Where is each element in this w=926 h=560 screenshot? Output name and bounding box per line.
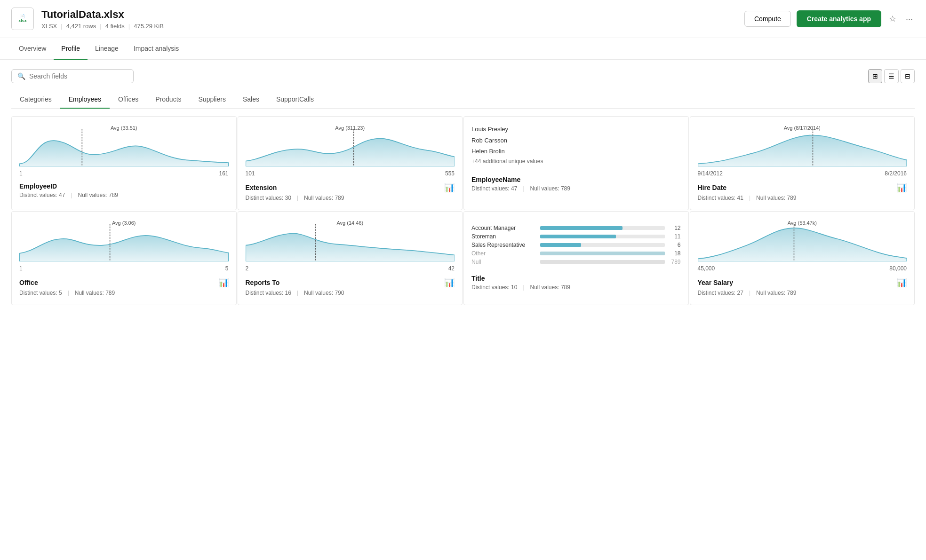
range-max: 80,000 (889, 265, 907, 272)
cat-tab-sales[interactable]: Sales (234, 91, 268, 109)
null-values: Null values: 789 (530, 185, 570, 192)
bar-track (540, 260, 665, 264)
chart-extension: Avg (311.23) (246, 124, 455, 166)
chart-year-salary: Avg (53.47k) (698, 219, 907, 261)
avg-label: Avg (311.23) (335, 125, 365, 131)
file-rows: 4,421 rows (66, 23, 96, 30)
cat-tab-offices[interactable]: Offices (110, 91, 147, 109)
bar-chart-icon: 📊 (896, 277, 907, 288)
file-icon: 📄 xlsx (11, 8, 34, 30)
cat-tab-suppliers[interactable]: Suppliers (190, 91, 234, 109)
footer-title: Title Distinct values: 10 | Null values:… (471, 275, 681, 291)
card-title: Extension 📊 (246, 182, 455, 193)
name-list: Louis Presley Rob Carsson Helen Brolin +… (471, 124, 543, 167)
chart-title: Account Manager 12 Storeman 11 Sales Rep… (471, 219, 681, 271)
range-employee-id: 1 161 (19, 170, 229, 177)
range-min: 9/14/2012 (698, 170, 723, 177)
name-item: Helen Brolin (471, 146, 543, 157)
null-values: Null values: 790 (304, 290, 344, 296)
bookmark-button[interactable]: ☆ (887, 12, 898, 26)
avg-label: Avg (33.51) (111, 125, 137, 131)
wave-svg (698, 224, 907, 261)
avg-label: Avg (53.47k) (788, 220, 817, 226)
range-min: 2 (246, 265, 249, 272)
null-values: Null values: 789 (75, 290, 115, 296)
null-values: Null values: 789 (530, 284, 570, 291)
card-title: Title (471, 275, 681, 282)
nav-tabs: Overview Profile Lineage Impact analysis (0, 38, 926, 60)
bar-value: 6 (668, 242, 681, 248)
file-title: TutorialData.xlsx (41, 8, 744, 21)
bar-value: 18 (668, 250, 681, 257)
bar-track (540, 226, 665, 230)
bar-fill (540, 243, 581, 247)
chart-hire-date: Avg (8/17/2014) (698, 124, 907, 166)
more-options-button[interactable]: ··· (904, 12, 915, 26)
card-title: Reports To 📊 (246, 277, 455, 288)
card-extension: Avg (311.23) 101 555 (238, 116, 463, 210)
wave-svg (246, 224, 455, 261)
file-icon-label: 📄 xlsx (18, 14, 27, 24)
cat-tab-products[interactable]: Products (147, 91, 190, 109)
list-view-button[interactable]: ☰ (884, 69, 899, 83)
footer-hire-date: Hire Date 📊 Distinct values: 41 | Null v… (698, 182, 907, 201)
search-icon: 🔍 (17, 72, 25, 80)
range-extension: 101 555 (246, 170, 455, 177)
file-info: TutorialData.xlsx XLSX | 4,421 rows | 4 … (41, 8, 744, 30)
bar-label: Null (471, 259, 537, 265)
card-office: Avg (3.06) 1 5 Offi (11, 211, 237, 305)
cards-grid: Avg (33.51) 1 161 E (11, 116, 915, 305)
tab-impact-analysis[interactable]: Impact analysis (126, 38, 186, 60)
bar-value: 12 (668, 225, 681, 231)
card-stats: Distinct values: 5 | Null values: 789 (19, 290, 229, 296)
bar-value: 11 (668, 233, 681, 240)
table-view-button[interactable]: ⊟ (901, 69, 915, 83)
field-name: Extension (246, 184, 277, 191)
distinct-values: Distinct values: 5 (19, 290, 62, 296)
search-row: 🔍 ⊞ ☰ ⊟ (11, 69, 915, 83)
bar-row-null: Null 789 (471, 259, 681, 265)
footer-employee-name: EmployeeName Distinct values: 47 | Null … (471, 176, 681, 192)
tab-profile[interactable]: Profile (54, 38, 88, 60)
card-hire-date: Avg (8/17/2014) 9/14/2012 8/2/2016 (690, 116, 915, 210)
compute-button[interactable]: Compute (744, 11, 791, 27)
bar-row-account-manager: Account Manager 12 (471, 225, 681, 231)
field-name: EmployeeName (471, 176, 520, 183)
range-max: 5 (225, 265, 229, 272)
range-max: 555 (445, 170, 455, 177)
avg-label: Avg (3.06) (112, 220, 136, 226)
bar-label: Sales Representative (471, 242, 537, 248)
card-year-salary: Avg (53.47k) 45,000 80,000 (690, 211, 915, 305)
bar-fill (540, 252, 665, 255)
header-actions: Compute Create analytics app ☆ ··· (744, 10, 915, 27)
card-title: Year Salary 📊 (698, 277, 907, 288)
tab-overview[interactable]: Overview (11, 38, 54, 60)
wave-svg (19, 129, 229, 166)
avg-label: Avg (14.46) (336, 220, 363, 226)
grid-view-button[interactable]: ⊞ (868, 69, 882, 83)
range-reports-to: 2 42 (246, 265, 455, 272)
distinct-values: Distinct values: 10 (471, 284, 517, 291)
card-stats: Distinct values: 16 | Null values: 790 (246, 290, 455, 296)
distinct-values: Distinct values: 16 (246, 290, 291, 296)
card-title: Hire Date 📊 (698, 182, 907, 193)
header: 📄 xlsx TutorialData.xlsx XLSX | 4,421 ro… (0, 0, 926, 38)
cat-tab-supportcalls[interactable]: SupportCalls (268, 91, 322, 109)
bar-track (540, 243, 665, 247)
field-name: Office (19, 279, 38, 286)
distinct-values: Distinct values: 41 (698, 195, 743, 201)
cat-tab-categories[interactable]: Categories (11, 91, 60, 109)
footer-office: Office 📊 Distinct values: 5 | Null value… (19, 277, 229, 296)
tab-lineage[interactable]: Lineage (88, 38, 126, 60)
chart-office: Avg (3.06) (19, 219, 229, 261)
search-input[interactable] (29, 72, 128, 80)
field-name: EmployeeID (19, 182, 57, 190)
cat-tab-employees[interactable]: Employees (60, 91, 110, 109)
distinct-values: Distinct values: 27 (698, 290, 743, 296)
chart-reports-to: Avg (14.46) (246, 219, 455, 261)
create-analytics-button[interactable]: Create analytics app (797, 10, 881, 27)
card-title: EmployeeName (471, 176, 681, 183)
name-item: Rob Carsson (471, 135, 543, 146)
range-min: 45,000 (698, 265, 715, 272)
card-employee-name: Louis Presley Rob Carsson Helen Brolin +… (463, 116, 689, 210)
